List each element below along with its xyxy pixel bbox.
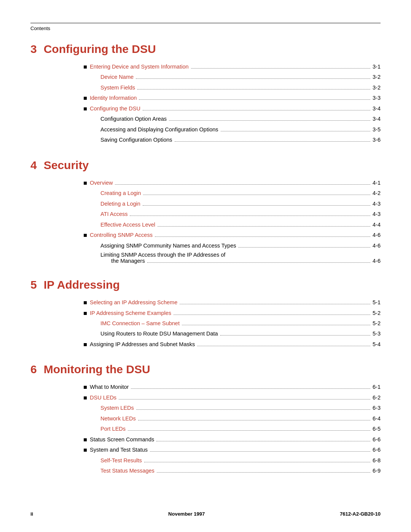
bullet-icon: [84, 438, 87, 441]
toc-page: 6-1: [373, 383, 381, 391]
page: Contents 3Configuring the DSUEntering De…: [0, 0, 411, 513]
bullet-icon: [84, 386, 87, 389]
toc-entry-text: Configuring the DSU: [90, 104, 140, 113]
toc-page: 4-3: [373, 200, 381, 208]
bullet-icon: [84, 97, 87, 100]
chapter-4: 4SecurityOverview4-1Creating a Login4-2D…: [30, 159, 381, 264]
footer: ii November 1997 7612-A2-GB20-10: [30, 511, 381, 517]
toc-page: 4-2: [373, 189, 381, 197]
toc-dots: [197, 346, 370, 346]
toc-entry: Overview4-1: [84, 179, 381, 187]
toc-page: 4-6: [373, 258, 381, 264]
toc-page: 3-1: [373, 62, 381, 71]
toc-dots: [169, 120, 370, 121]
toc-entry: Identity Information3-3: [84, 94, 381, 102]
toc-dots: [128, 430, 370, 431]
header-label: Contents: [30, 26, 381, 31]
toc-entry: Entering Device and System Information3-…: [84, 62, 381, 71]
toc-dots: [143, 205, 370, 206]
toc-page: 4-1: [373, 179, 381, 187]
chapter-title-6: 6Monitoring the DSU: [30, 363, 381, 376]
chapter-title-5: 5IP Addressing: [30, 278, 381, 291]
toc-entry-text: What to Monitor: [90, 383, 129, 391]
toc-dots: [191, 68, 371, 69]
toc-entry-text: Deleting a Login: [100, 200, 140, 208]
toc-entry-text: IMC Connection – Same Subnet: [100, 319, 180, 328]
toc-entry-text: Controlling SNMP Access: [90, 231, 153, 239]
toc-entry-text: ATI Access: [100, 210, 127, 218]
toc-dots: [143, 195, 370, 195]
toc-entries: What to Monitor6-1DSU LEDs6-2System LEDs…: [30, 383, 381, 475]
toc-dots: [139, 99, 370, 100]
toc-entry-text: Configuration Option Areas: [100, 115, 167, 123]
toc-entry: Selecting an IP Addressing Scheme5-1: [84, 298, 381, 307]
toc-entry-text: Network LEDs: [100, 414, 136, 423]
chapter-name: Configuring the DSU: [44, 43, 156, 56]
bullet-icon: [84, 107, 87, 110]
toc-dots: [156, 441, 370, 441]
toc-page: 4-4: [373, 220, 381, 229]
toc-page: 4-6: [373, 231, 381, 239]
toc-entry-text: System LEDs: [100, 404, 134, 412]
toc-entry: Configuring the DSU3-4: [84, 104, 381, 113]
toc-dots: [143, 110, 370, 110]
toc-entry-text: Port LEDs: [100, 425, 126, 433]
toc-entries: Selecting an IP Addressing Scheme5-1IP A…: [30, 298, 381, 348]
toc-entry: IP Addressing Scheme Examples5-2: [84, 309, 381, 317]
toc-dots: [130, 216, 370, 216]
toc-entry: Port LEDs6-5: [84, 425, 381, 433]
toc-entry: Test Status Messages6-9: [84, 466, 381, 475]
toc-entry-text: Assigning SNMP Community Names and Acces…: [100, 241, 236, 250]
toc-page: 3-5: [373, 125, 381, 134]
toc-entry: Device Name3-2: [84, 73, 381, 81]
toc-entry-text: Identity Information: [90, 94, 137, 102]
toc-dots: [136, 78, 370, 79]
toc-entry: Saving Configuration Options3-6: [84, 136, 381, 144]
toc-entry: Self-Test Results6-8: [84, 456, 381, 465]
toc-entries: Overview4-1Creating a Login4-2Deleting a…: [30, 179, 381, 264]
toc-dots: [150, 451, 370, 452]
toc-entry: System LEDs6-3: [84, 404, 381, 412]
toc-dots: [182, 325, 370, 325]
chapter-number: 3: [30, 43, 37, 56]
toc-page: 6-4: [373, 414, 381, 423]
toc-page: 3-2: [373, 73, 381, 81]
toc-entry-text: Using Routers to Route DSU Management Da…: [100, 329, 218, 338]
toc-dots: [180, 304, 370, 304]
toc-entry-text: Effective Access Level: [100, 220, 155, 229]
toc-entry-text: Self-Test Results: [100, 456, 142, 465]
toc-dots: [157, 472, 370, 473]
chapter-title-4: 4Security: [30, 159, 381, 172]
chapter-number: 4: [30, 159, 37, 172]
chapter-number: 5: [30, 278, 37, 291]
footer-right: 7612-A2-GB20-10: [340, 511, 381, 517]
toc-page: 3-6: [373, 136, 381, 144]
toc-entry-text: System Fields: [100, 83, 135, 92]
toc-entry: What to Monitor6-1: [84, 383, 381, 391]
toc-page: 4-6: [373, 241, 381, 250]
toc-page: 5-4: [373, 340, 381, 348]
toc-dots: [119, 399, 370, 399]
toc-entry: Status Screen Commands6-6: [84, 435, 381, 444]
chapter-3: 3Configuring the DSUEntering Device and …: [30, 43, 381, 144]
toc-entry-text: Overview: [90, 179, 113, 187]
toc-dots: [131, 388, 370, 389]
chapter-6: 6Monitoring the DSUWhat to Monitor6-1DSU…: [30, 363, 381, 475]
chapter-5: 5IP AddressingSelecting an IP Addressing…: [30, 278, 381, 348]
header-rule: [30, 23, 381, 23]
toc-entry: Effective Access Level4-4: [84, 220, 381, 229]
toc-page: 6-2: [373, 393, 381, 402]
toc-dots: [144, 462, 370, 462]
toc-dots: [221, 131, 371, 131]
bullet-icon: [84, 301, 87, 304]
toc-dots: [115, 184, 370, 185]
toc-dots: [155, 236, 370, 237]
toc-dots: [238, 247, 370, 248]
chapter-name: IP Addressing: [44, 278, 120, 291]
footer-center: November 1997: [168, 511, 205, 517]
toc-entry-text: Entering Device and System Information: [90, 62, 189, 71]
toc-entry: Configuration Option Areas3-4: [84, 115, 381, 123]
toc-page: 4-3: [373, 210, 381, 218]
toc-entry-text: Assigning IP Addresses and Subnet Masks: [90, 340, 195, 348]
bullet-icon: [84, 182, 87, 185]
